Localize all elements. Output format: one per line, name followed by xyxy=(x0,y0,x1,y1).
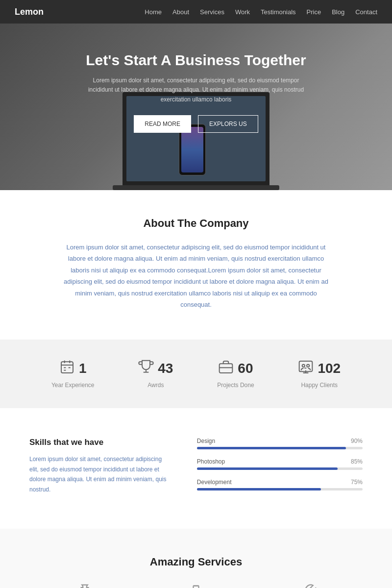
stat-projects: 60 Projects Done xyxy=(217,359,254,389)
service-development: Web & Mobile Development Lorem ipsum dol… xyxy=(251,583,363,588)
stat-top-experience: 1 xyxy=(59,359,87,378)
nav-about[interactable]: About xyxy=(172,8,189,16)
nav-links: Home About Services Work Testimonials Pr… xyxy=(145,7,377,16)
stat-experience: 1 Year Experience xyxy=(51,359,95,389)
hero-section: Let's Start A Business Together Lorem ip… xyxy=(0,24,392,190)
about-section: About The Company Lorem ipsum dolor sit … xyxy=(0,190,392,340)
skills-title: Skills that we have xyxy=(29,438,168,447)
trophy-icon xyxy=(138,359,154,378)
skills-left: Skills that we have Lorem ipsum dolor si… xyxy=(29,438,168,494)
nav-contact[interactable]: Contact xyxy=(355,8,377,16)
skill-bar-bg-photoshop xyxy=(197,467,363,470)
skill-pct-design: 90% xyxy=(351,438,363,444)
stat-label-awards: Awrds xyxy=(147,382,164,389)
nav-testimonials[interactable]: Testimonials xyxy=(261,8,296,16)
hero-title: Let's Start A Business Together xyxy=(83,51,309,69)
tools-icon xyxy=(261,583,353,588)
read-more-button[interactable]: READ MORE xyxy=(134,115,191,133)
svg-rect-9 xyxy=(220,364,233,373)
clients-icon xyxy=(298,359,314,378)
skill-design: Design 90% xyxy=(197,438,363,449)
skill-bar-fill-design xyxy=(197,447,346,449)
about-text: Lorem ipsum dolor sit amet, consectetur … xyxy=(64,242,328,310)
skill-bar-bg-design xyxy=(197,447,363,449)
service-design: Creative Design Lorem ipsum dolor sit am… xyxy=(141,583,252,588)
skills-section: Skills that we have Lorem ipsum dolor si… xyxy=(0,408,392,529)
navbar: Lemon Home About Services Work Testimoni… xyxy=(0,0,392,24)
nav-blog[interactable]: Blog xyxy=(332,8,344,16)
briefcase-icon xyxy=(218,359,234,378)
stat-number-awards: 43 xyxy=(158,361,173,376)
laptop-base xyxy=(113,185,279,190)
skill-header-photoshop: Photoshop 85% xyxy=(197,458,363,465)
skill-name-photoshop: Photoshop xyxy=(197,458,225,465)
stats-section: 1 Year Experience 43 Awrds xyxy=(0,340,392,408)
stat-top-projects: 60 xyxy=(218,359,253,378)
services-title: Amazing Services xyxy=(29,556,363,568)
skills-right: Design 90% Photoshop 85% Development 75% xyxy=(197,438,363,499)
nav-work[interactable]: Work xyxy=(235,8,250,16)
stat-top-awards: 43 xyxy=(138,359,173,378)
svg-point-13 xyxy=(307,365,309,367)
chess-icon xyxy=(39,583,131,588)
stat-clients: 102 Happy Clients xyxy=(298,359,341,389)
stat-label-clients: Happy Clients xyxy=(301,382,338,389)
nav-home[interactable]: Home xyxy=(145,8,162,16)
skill-name-development: Development xyxy=(197,479,232,486)
hero-buttons: READ MORE EXPLORS US xyxy=(83,115,309,133)
stat-label-projects: Projects Done xyxy=(217,382,254,389)
skill-pct-development: 75% xyxy=(351,479,363,486)
nav-services[interactable]: Services xyxy=(200,8,224,16)
flask-icon xyxy=(150,583,242,588)
services-section: Amazing Services Strategy & Consulting L… xyxy=(0,529,392,588)
skill-photoshop: Photoshop 85% xyxy=(197,458,363,470)
skill-header-design: Design 90% xyxy=(197,438,363,444)
skill-bar-bg-development xyxy=(197,488,363,490)
skill-development: Development 75% xyxy=(197,479,363,490)
hero-subtitle: Lorem ipsum dolor sit amet, consectetur … xyxy=(83,76,309,104)
about-title: About The Company xyxy=(39,217,353,230)
services-grid: Strategy & Consulting Lorem ipsum dolor … xyxy=(29,583,363,588)
site-logo: Lemon xyxy=(15,7,44,17)
stat-awards: 43 Awrds xyxy=(138,359,173,389)
svg-point-12 xyxy=(302,365,305,367)
skill-header-development: Development 75% xyxy=(197,479,363,486)
skill-name-design: Design xyxy=(197,438,215,444)
stat-label-experience: Year Experience xyxy=(51,382,95,389)
stat-number-clients: 102 xyxy=(318,361,341,376)
nav-price[interactable]: Price xyxy=(307,8,321,16)
skills-desc: Lorem ipsum dolor sit amet, consectetur … xyxy=(29,454,168,494)
stat-number-experience: 1 xyxy=(79,361,87,376)
service-strategy: Strategy & Consulting Lorem ipsum dolor … xyxy=(29,583,141,588)
skill-bar-fill-development xyxy=(197,488,321,490)
skill-pct-photoshop: 85% xyxy=(351,458,363,465)
stat-top-clients: 102 xyxy=(298,359,341,378)
explore-button[interactable]: EXPLORS US xyxy=(198,115,258,133)
hero-content: Let's Start A Business Together Lorem ip… xyxy=(74,42,318,143)
svg-rect-0 xyxy=(61,362,73,373)
stat-number-projects: 60 xyxy=(238,361,253,376)
skill-bar-fill-photoshop xyxy=(197,467,338,470)
calendar-icon xyxy=(59,359,75,378)
